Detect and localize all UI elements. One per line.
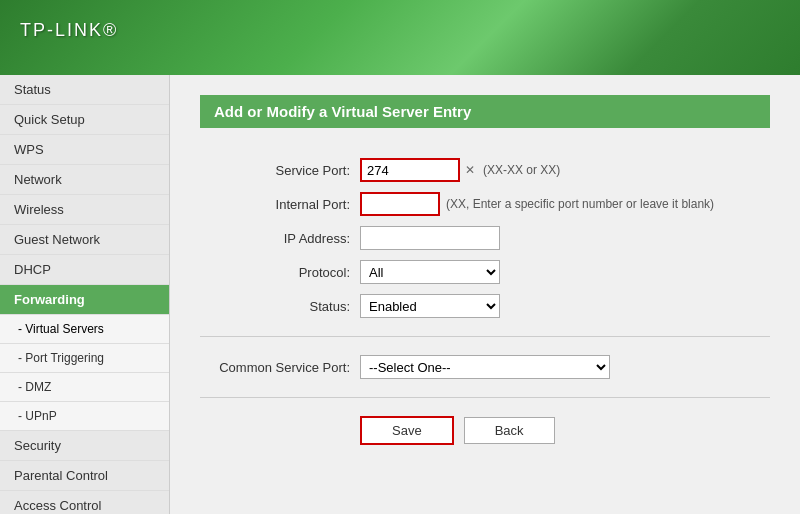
- internal-port-row: Internal Port: (XX, Enter a specific por…: [200, 192, 770, 216]
- ip-address-label: IP Address:: [200, 231, 360, 246]
- button-row: Save Back: [200, 416, 770, 445]
- sidebar-item-wps[interactable]: WPS: [0, 135, 169, 165]
- sidebar-item-wireless[interactable]: Wireless: [0, 195, 169, 225]
- service-port-hint: (XX-XX or XX): [483, 163, 560, 177]
- internal-port-input[interactable]: [360, 192, 440, 216]
- logo: TP-LINK®: [20, 19, 118, 56]
- logo-tm: ®: [103, 20, 118, 40]
- sidebar-item-status[interactable]: Status: [0, 75, 169, 105]
- sidebar-item-virtual-servers[interactable]: - Virtual Servers: [0, 315, 169, 344]
- sidebar-item-access-control[interactable]: Access Control: [0, 491, 169, 514]
- internal-port-label: Internal Port:: [200, 197, 360, 212]
- service-port-input[interactable]: [360, 158, 460, 182]
- save-button[interactable]: Save: [360, 416, 454, 445]
- button-divider: [200, 397, 770, 398]
- sidebar-item-forwarding[interactable]: Forwarding: [0, 285, 169, 315]
- common-service-port-select[interactable]: --Select One--: [360, 355, 610, 379]
- form-area: Service Port: ✕ (XX-XX or XX) Internal P…: [200, 148, 770, 455]
- form-divider: [200, 336, 770, 337]
- common-service-port-label: Common Service Port:: [200, 360, 360, 375]
- sidebar-item-network[interactable]: Network: [0, 165, 169, 195]
- protocol-label: Protocol:: [200, 265, 360, 280]
- ip-address-input[interactable]: [360, 226, 500, 250]
- logo-text: TP-LINK: [20, 20, 103, 40]
- layout: Status Quick Setup WPS Network Wireless …: [0, 75, 800, 514]
- service-port-row: Service Port: ✕ (XX-XX or XX): [200, 158, 770, 182]
- sidebar-item-dmz[interactable]: - DMZ: [0, 373, 169, 402]
- service-port-label: Service Port:: [200, 163, 360, 178]
- internal-port-hint: (XX, Enter a specific port number or lea…: [446, 197, 714, 211]
- service-port-clear-button[interactable]: ✕: [463, 163, 477, 177]
- protocol-select[interactable]: All TCP UDP: [360, 260, 500, 284]
- service-port-wrapper: ✕: [360, 158, 477, 182]
- sidebar-item-guest-network[interactable]: Guest Network: [0, 225, 169, 255]
- sidebar-item-dhcp[interactable]: DHCP: [0, 255, 169, 285]
- main-content: Add or Modify a Virtual Server Entry Ser…: [170, 75, 800, 514]
- status-row: Status: Enabled Disabled: [200, 294, 770, 318]
- sidebar: Status Quick Setup WPS Network Wireless …: [0, 75, 170, 514]
- sidebar-item-port-triggering[interactable]: - Port Triggering: [0, 344, 169, 373]
- status-label: Status:: [200, 299, 360, 314]
- sidebar-item-upnp[interactable]: - UPnP: [0, 402, 169, 431]
- protocol-row: Protocol: All TCP UDP: [200, 260, 770, 284]
- status-select[interactable]: Enabled Disabled: [360, 294, 500, 318]
- section-title: Add or Modify a Virtual Server Entry: [200, 95, 770, 128]
- ip-address-row: IP Address:: [200, 226, 770, 250]
- header: TP-LINK®: [0, 0, 800, 75]
- sidebar-item-quick-setup[interactable]: Quick Setup: [0, 105, 169, 135]
- sidebar-item-parental-control[interactable]: Parental Control: [0, 461, 169, 491]
- common-service-port-row: Common Service Port: --Select One--: [200, 355, 770, 379]
- back-button[interactable]: Back: [464, 417, 555, 444]
- sidebar-item-security[interactable]: Security: [0, 431, 169, 461]
